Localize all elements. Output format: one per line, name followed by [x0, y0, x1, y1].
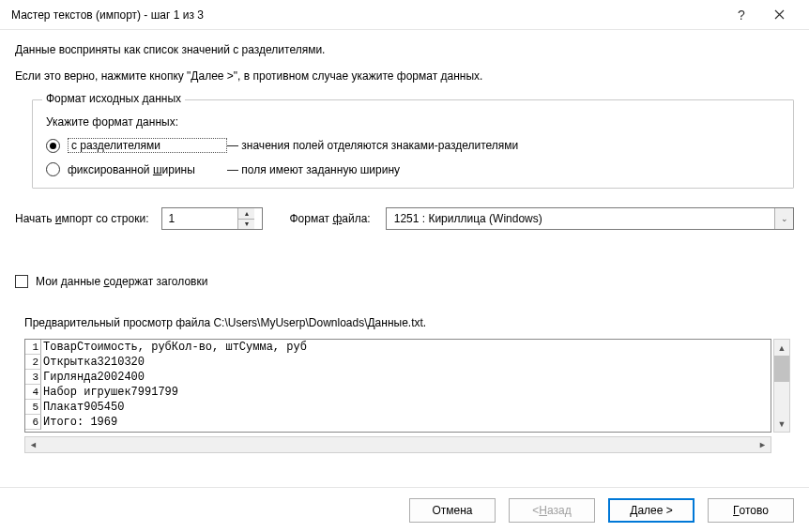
encoding-value: 1251 : Кириллица (Windows): [387, 212, 774, 225]
next-button[interactable]: Далее >: [608, 498, 695, 523]
radio-fixed-width-label: фиксированной ширины: [68, 163, 227, 176]
close-icon: [774, 9, 785, 20]
radio-fixed-width-desc: — поля имеют заданную ширину: [227, 163, 400, 176]
help-button[interactable]: ?: [723, 0, 760, 30]
chevron-down-icon: ⌄: [774, 208, 793, 229]
preview-line: 5Плакат905450: [25, 400, 771, 415]
preview-label: Предварительный просмотр файла C:\Users\…: [24, 316, 794, 329]
intro-text-1: Данные восприняты как список значений с …: [15, 43, 794, 56]
headers-checkbox[interactable]: [15, 275, 28, 288]
preview-box: 1ТоварСтоимость, рубКол-во, штСумма, руб…: [24, 339, 771, 433]
finish-button[interactable]: Готово: [708, 498, 794, 523]
source-format-group: Формат исходных данных Укажите формат да…: [32, 99, 794, 189]
horizontal-scrollbar[interactable]: ◄ ►: [24, 436, 771, 453]
preview-line: 3Гирлянда2002400: [25, 370, 771, 385]
start-row-input[interactable]: [162, 208, 237, 229]
scroll-left-icon[interactable]: ◄: [25, 437, 41, 452]
vertical-scrollbar[interactable]: ▲ ▼: [773, 339, 790, 433]
window-title: Мастер текстов (импорт) - шаг 1 из 3: [11, 8, 723, 22]
start-row-label: Начать импорт со строки:: [15, 212, 148, 225]
preview-line: 6Итого: 1969: [25, 415, 771, 430]
preview-line: 4Набор игрушек7991799: [25, 385, 771, 400]
preview-line: 2Открытка3210320: [25, 355, 771, 370]
intro-text-2: Если это верно, нажмите кнопку "Далее >"…: [15, 69, 794, 83]
preview-line: 1ТоварСтоимость, рубКол-во, штСумма, руб: [25, 340, 771, 355]
scroll-thumb[interactable]: [774, 356, 789, 382]
scroll-up-icon[interactable]: ▲: [774, 340, 789, 356]
start-row-spinner[interactable]: ▲ ▼: [161, 207, 263, 230]
spinner-up-icon[interactable]: ▲: [238, 208, 254, 220]
radio-delimited-label: с разделителями: [68, 138, 227, 153]
radio-delimited-desc: — значения полей отделяются знаками-разд…: [227, 139, 518, 152]
headers-checkbox-label: Мои данные содержат заголовки: [36, 275, 207, 288]
close-button[interactable]: [760, 0, 798, 30]
scroll-right-icon[interactable]: ►: [755, 437, 771, 452]
scroll-down-icon[interactable]: ▼: [774, 416, 789, 432]
group-hint: Укажите формат данных:: [46, 115, 780, 129]
spinner-down-icon[interactable]: ▼: [238, 220, 254, 230]
radio-delimited[interactable]: [46, 139, 60, 153]
back-button[interactable]: < Назад: [509, 498, 595, 523]
group-legend: Формат исходных данных: [42, 92, 185, 105]
encoding-select[interactable]: 1251 : Кириллица (Windows) ⌄: [386, 207, 794, 230]
radio-fixed-width[interactable]: [46, 162, 60, 176]
cancel-button[interactable]: Отмена: [409, 498, 496, 523]
file-format-label: Формат файла:: [289, 212, 370, 225]
